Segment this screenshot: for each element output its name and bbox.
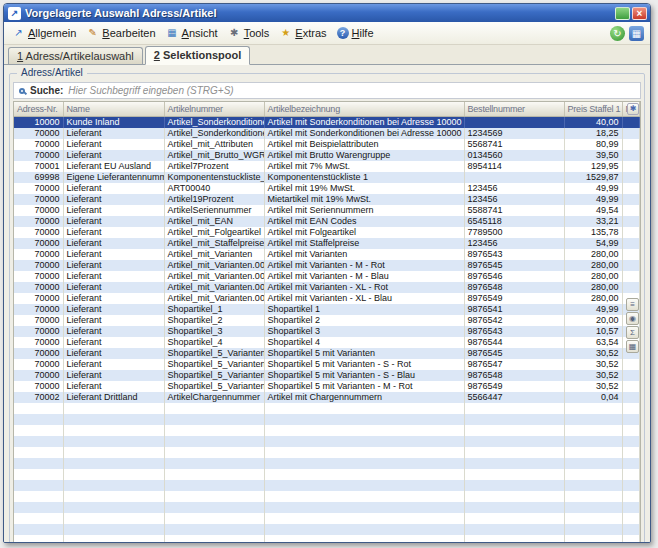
cell[interactable]: [264, 469, 464, 480]
cell[interactable]: [622, 172, 640, 183]
cell[interactable]: 30,52: [564, 381, 622, 392]
cell[interactable]: [464, 480, 564, 491]
cell[interactable]: [63, 535, 164, 544]
cell[interactable]: 70000: [14, 381, 63, 392]
cell[interactable]: 70000: [14, 293, 63, 304]
cell[interactable]: Eigene Lieferantennummer-Firma: [63, 172, 164, 183]
refresh-icon[interactable]: ↻: [610, 26, 625, 41]
cell[interactable]: [622, 183, 640, 194]
cell[interactable]: Lieferant: [63, 260, 164, 271]
cell[interactable]: 5588741: [464, 205, 564, 216]
cell[interactable]: ArtikelChargennummer: [164, 392, 264, 403]
cell[interactable]: 20,00: [564, 315, 622, 326]
cell[interactable]: 9876549: [464, 381, 564, 392]
cell[interactable]: Shopartikel_4: [164, 337, 264, 348]
cell[interactable]: [264, 491, 464, 502]
cell[interactable]: Artikel mit Chargennummern: [264, 392, 464, 403]
cell[interactable]: Artikel_Sonderkonditionen: [164, 128, 264, 139]
table-row[interactable]: 70000LieferantShopartikel_5_VariantenSho…: [14, 348, 640, 359]
cell[interactable]: Lieferant: [63, 370, 164, 381]
cell[interactable]: 280,00: [564, 260, 622, 271]
cell[interactable]: [464, 469, 564, 480]
table-row[interactable]: 70000LieferantArtikel_SonderkonditionenA…: [14, 128, 640, 139]
column-header[interactable]: Preis Staffel 1: [564, 102, 622, 116]
zoom-icon[interactable]: ◉: [626, 312, 639, 325]
cell[interactable]: 8976548: [464, 282, 564, 293]
cell[interactable]: [564, 513, 622, 524]
menu-tools[interactable]: ✱ Tools: [224, 25, 276, 41]
cell[interactable]: [264, 502, 464, 513]
cell[interactable]: [164, 513, 264, 524]
cell[interactable]: Shopartikel 5 mit Varianten - M - Rot: [264, 381, 464, 392]
menu-allgemein[interactable]: ↗ Allgemein: [8, 25, 82, 41]
cell[interactable]: [63, 447, 164, 458]
cell[interactable]: 70000: [14, 128, 63, 139]
cell[interactable]: [464, 524, 564, 535]
cell[interactable]: [164, 469, 264, 480]
cell[interactable]: 8976545: [464, 260, 564, 271]
table-empty-row[interactable]: [14, 425, 640, 436]
cell[interactable]: [164, 447, 264, 458]
minimize-button[interactable]: [615, 7, 630, 20]
cell[interactable]: 70000: [14, 304, 63, 315]
cell[interactable]: [63, 524, 164, 535]
table-row[interactable]: 70000LieferantShopartikel_5_Varianten.2S…: [14, 370, 640, 381]
cell[interactable]: Lieferant: [63, 238, 164, 249]
cell[interactable]: Shopartikel_5_Varianten.1: [164, 359, 264, 370]
cell[interactable]: 30,52: [564, 370, 622, 381]
cell[interactable]: Artikel mit Sonderkonditionen bei Adress…: [264, 116, 464, 128]
cell[interactable]: 10,57: [564, 326, 622, 337]
cell[interactable]: Lieferant: [63, 150, 164, 161]
cell[interactable]: [464, 491, 564, 502]
cell[interactable]: [622, 381, 640, 392]
cell[interactable]: ArtikelSeriennummer: [164, 205, 264, 216]
cell[interactable]: [622, 359, 640, 370]
cell[interactable]: [622, 161, 640, 172]
cell[interactable]: [264, 403, 464, 414]
cell[interactable]: [464, 425, 564, 436]
cell[interactable]: Artikel_mit_Varianten.005: [164, 282, 264, 293]
cell[interactable]: 70000: [14, 348, 63, 359]
cell[interactable]: 9876548: [464, 370, 564, 381]
cell[interactable]: Komponentenstückliste 1: [264, 172, 464, 183]
table-empty-row[interactable]: [14, 491, 640, 502]
cell[interactable]: 1529,87: [564, 172, 622, 183]
table-row[interactable]: 70000LieferantShopartikel_5_Varianten.3S…: [14, 381, 640, 392]
cell[interactable]: [164, 458, 264, 469]
cell[interactable]: Artikel mit Varianten - XL - Rot: [264, 282, 464, 293]
cell[interactable]: 7789500: [464, 227, 564, 238]
cell[interactable]: 9876545: [464, 348, 564, 359]
cell[interactable]: Artikel mit Folgeartikel: [264, 227, 464, 238]
cell[interactable]: [63, 491, 164, 502]
table-row[interactable]: 70000LieferantArtikel_mit_Varianten.005A…: [14, 282, 640, 293]
cell[interactable]: [464, 116, 564, 128]
cell[interactable]: [14, 447, 63, 458]
column-header[interactable]: Adress-Nr.: [14, 102, 63, 116]
cell[interactable]: [622, 194, 640, 205]
cell[interactable]: Shopartikel 2: [264, 315, 464, 326]
cell[interactable]: [264, 436, 464, 447]
column-chooser-button[interactable]: ✱: [627, 103, 639, 115]
cell[interactable]: Artikel mit Varianten - XL - Blau: [264, 293, 464, 304]
cell[interactable]: [164, 524, 264, 535]
table-row[interactable]: 10000Kunde InlandArtikel_Sonderkondition…: [14, 116, 640, 128]
cell[interactable]: Kunde Inland: [63, 116, 164, 128]
cell[interactable]: Mietartikel mit 19% MwSt.: [264, 194, 464, 205]
table-row[interactable]: 70000LieferantShopartikel_4Shopartikel 4…: [14, 337, 640, 348]
cell[interactable]: Artikel7Prozent: [164, 161, 264, 172]
column-header[interactable]: Bestellnummer: [464, 102, 564, 116]
cell[interactable]: [264, 524, 464, 535]
cell[interactable]: ART00040: [164, 183, 264, 194]
table-row[interactable]: 70000LieferantArtikel_mit_Varianten.004A…: [14, 271, 640, 282]
cell[interactable]: [564, 480, 622, 491]
column-header[interactable]: Artikelnummer: [164, 102, 264, 116]
cell[interactable]: Artikel mit Sonderkonditionen bei Adress…: [264, 128, 464, 139]
cell[interactable]: [63, 425, 164, 436]
cell[interactable]: [164, 425, 264, 436]
cell[interactable]: [564, 458, 622, 469]
cell[interactable]: Artikel_mit_Staffelpreise: [164, 238, 264, 249]
cell[interactable]: 0,04: [564, 392, 622, 403]
cell[interactable]: [564, 535, 622, 544]
table-empty-row[interactable]: [14, 513, 640, 524]
cell[interactable]: [622, 216, 640, 227]
